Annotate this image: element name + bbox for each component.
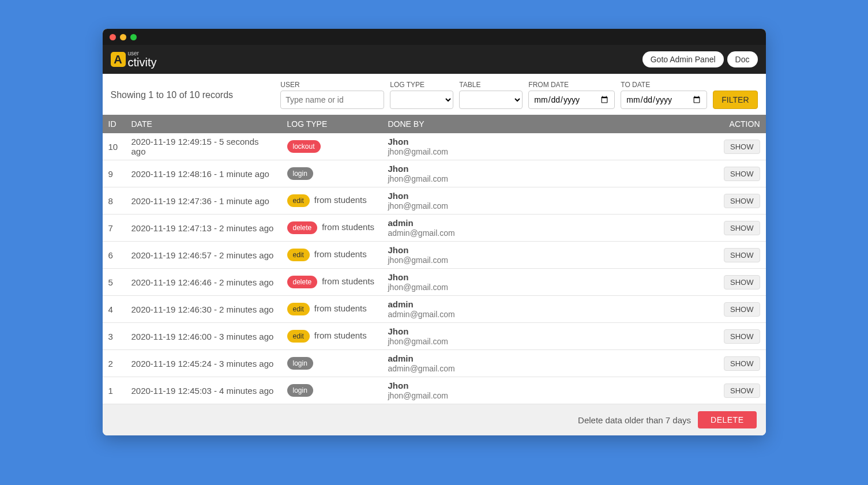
user-input[interactable]	[280, 91, 384, 109]
table-row: 102020-11-19 12:49:15 - 5 seconds agoloc…	[103, 133, 766, 160]
table-row: 72020-11-19 12:47:13 - 2 minutes agodele…	[103, 215, 766, 242]
cell-date: 2020-11-19 12:47:36 - 1 minute ago	[126, 187, 281, 215]
show-button[interactable]: SHOW	[724, 329, 760, 344]
logtype-badge: edit	[287, 194, 310, 207]
cell-doneby: Jhonjhon@gmail.com	[382, 377, 719, 404]
goto-admin-panel-button[interactable]: Goto Admin Panel	[642, 51, 724, 67]
cell-doneby: Jhonjhon@gmail.com	[382, 323, 719, 350]
cell-id: 1	[103, 377, 126, 404]
doneby-email: admin@gmail.com	[388, 228, 455, 238]
table-row: 32020-11-19 12:46:00 - 3 minutes agoedit…	[103, 323, 766, 350]
col-id: ID	[103, 115, 126, 133]
table-select[interactable]	[459, 91, 523, 109]
cell-id: 4	[103, 296, 126, 323]
app-header: A user ctivity Goto Admin Panel Doc	[103, 45, 766, 74]
doneby-email: admin@gmail.com	[388, 364, 455, 373]
cell-date: 2020-11-19 12:46:57 - 2 minutes ago	[126, 242, 281, 269]
app-logo: A user ctivity	[111, 51, 157, 68]
doneby-name: Jhon	[388, 191, 713, 201]
logtype-from-text: from students	[314, 249, 367, 259]
cell-logtype: login	[281, 160, 382, 187]
table-row: 42020-11-19 12:46:30 - 2 minutes agoedit…	[103, 296, 766, 323]
cell-action: SHOW	[718, 133, 765, 160]
show-button[interactable]: SHOW	[724, 140, 760, 154]
filter-todate-group: TO DATE	[621, 81, 707, 109]
cell-id: 9	[103, 160, 126, 187]
show-button[interactable]: SHOW	[724, 194, 760, 208]
table-header-row: ID DATE LOG TYPE DONE BY ACTION	[103, 115, 766, 133]
filter-row: Showing 1 to 10 of 10 records USER LOG T…	[103, 74, 766, 115]
doneby-email: jhon@gmail.com	[388, 147, 448, 156]
table-row: 52020-11-19 12:46:46 - 2 minutes agodele…	[103, 269, 766, 296]
cell-doneby: Jhonjhon@gmail.com	[382, 187, 719, 215]
cell-date: 2020-11-19 12:45:03 - 4 minutes ago	[126, 377, 281, 404]
cell-logtype: editfrom students	[281, 242, 382, 269]
show-button[interactable]: SHOW	[724, 302, 760, 317]
show-button[interactable]: SHOW	[724, 221, 760, 235]
cell-doneby: Jhonjhon@gmail.com	[382, 242, 719, 269]
logtype-badge: lockout	[287, 140, 321, 153]
cell-logtype: login	[281, 377, 382, 404]
table-row: 12020-11-19 12:45:03 - 4 minutes agologi…	[103, 377, 766, 404]
doneby-name: Jhon	[388, 272, 713, 282]
cell-doneby: Jhonjhon@gmail.com	[382, 133, 719, 160]
cell-action: SHOW	[718, 242, 765, 269]
show-button[interactable]: SHOW	[724, 167, 760, 181]
app-window: A user ctivity Goto Admin Panel Doc Show…	[103, 29, 766, 435]
logtype-badge: edit	[287, 330, 310, 343]
show-button[interactable]: SHOW	[724, 275, 760, 290]
filter-fromdate-label: FROM DATE	[528, 81, 615, 89]
show-button[interactable]: SHOW	[724, 356, 760, 371]
maximize-window-icon[interactable]	[130, 34, 137, 40]
cell-doneby: Jhonjhon@gmail.com	[382, 160, 719, 187]
logtype-from-text: from students	[314, 330, 367, 340]
show-button[interactable]: SHOW	[724, 384, 760, 398]
cell-doneby: adminadmin@gmail.com	[382, 296, 719, 323]
filter-user-group: USER	[280, 81, 384, 109]
activity-table: ID DATE LOG TYPE DONE BY ACTION 102020-1…	[103, 115, 766, 404]
logtype-from-text: from students	[322, 276, 374, 286]
cell-date: 2020-11-19 12:47:13 - 2 minutes ago	[126, 215, 281, 242]
doneby-email: jhon@gmail.com	[388, 255, 448, 265]
logtype-from-text: from students	[314, 195, 367, 205]
cell-action: SHOW	[718, 269, 765, 296]
doneby-name: Jhon	[388, 326, 713, 336]
from-date-input[interactable]	[528, 91, 615, 109]
cell-action: SHOW	[718, 296, 765, 323]
cell-action: SHOW	[718, 187, 765, 215]
doneby-email: jhon@gmail.com	[388, 337, 448, 346]
cell-logtype: editfrom students	[281, 296, 382, 323]
cell-date: 2020-11-19 12:45:24 - 3 minutes ago	[126, 350, 281, 377]
doneby-name: Jhon	[388, 164, 713, 174]
window-titlebar	[103, 29, 766, 45]
filter-button[interactable]: FILTER	[713, 91, 757, 109]
filter-user-label: USER	[280, 81, 384, 89]
show-button[interactable]: SHOW	[724, 248, 760, 262]
footer: Delete data older than 7 days DELETE	[103, 404, 766, 435]
close-window-icon[interactable]	[110, 34, 116, 40]
cell-date: 2020-11-19 12:46:30 - 2 minutes ago	[126, 296, 281, 323]
logtype-select[interactable]	[390, 91, 453, 109]
table-row: 92020-11-19 12:48:16 - 1 minute agologin…	[103, 160, 766, 187]
logtype-from-text: from students	[322, 222, 374, 232]
minimize-window-icon[interactable]	[120, 34, 126, 40]
logo-text: user ctivity	[128, 51, 157, 68]
filter-logtype-group: LOG TYPE	[390, 81, 453, 109]
to-date-input[interactable]	[621, 91, 707, 109]
doc-button[interactable]: Doc	[727, 51, 758, 67]
cell-id: 2	[103, 350, 126, 377]
logtype-badge: edit	[287, 303, 310, 315]
cell-date: 2020-11-19 12:49:15 - 5 seconds ago	[126, 133, 281, 160]
cell-doneby: Jhonjhon@gmail.com	[382, 269, 719, 296]
doneby-name: Jhon	[388, 137, 713, 146]
logo-text-big: ctivity	[128, 57, 157, 68]
cell-action: SHOW	[718, 323, 765, 350]
cell-id: 5	[103, 269, 126, 296]
delete-old-data-button[interactable]: DELETE	[698, 411, 756, 428]
cell-doneby: adminadmin@gmail.com	[382, 350, 719, 377]
doneby-name: admin	[388, 354, 713, 363]
cell-logtype: login	[281, 350, 382, 377]
cell-logtype: editfrom students	[281, 323, 382, 350]
col-doneby: DONE BY	[382, 115, 719, 133]
filter-todate-label: TO DATE	[621, 81, 707, 89]
